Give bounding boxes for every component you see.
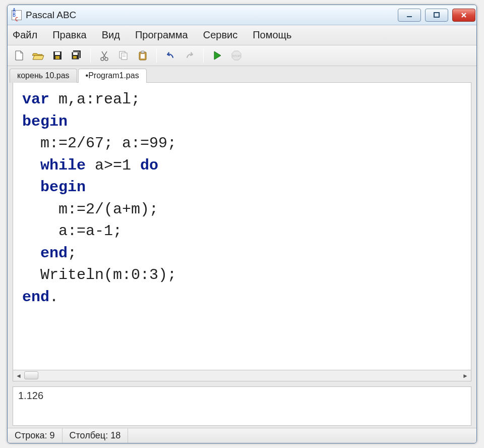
statusbar: Строка: 9 Столбец: 18 <box>8 428 476 443</box>
kw-do: do <box>140 157 158 174</box>
scissors-icon <box>99 50 109 61</box>
svg-point-10 <box>105 58 108 61</box>
window-title: Pascal ABC <box>26 10 76 21</box>
new-file-icon <box>14 50 24 61</box>
code-text <box>22 245 40 262</box>
editor-area: var m,a:real; begin m:=2/67; a:=99; whil… <box>8 82 476 383</box>
status-col-value: 18 <box>110 430 120 441</box>
code-text <box>22 157 40 174</box>
svg-rect-8 <box>73 56 77 59</box>
code-text: m:=2/(a+m); <box>22 201 158 218</box>
toolbar: STOP <box>8 45 476 66</box>
output-text: 1.126 <box>18 390 43 401</box>
status-col-label: Столбец: <box>70 430 108 441</box>
stop-button[interactable]: STOP <box>228 47 245 64</box>
status-row: Строка: 9 <box>8 428 63 443</box>
close-icon <box>460 12 467 19</box>
code-text: a:=a-1; <box>22 222 122 240</box>
kw-begin: begin <box>40 179 86 196</box>
run-button[interactable] <box>209 47 226 64</box>
new-file-button[interactable] <box>11 47 28 64</box>
titlebar[interactable]: A BC Pascal ABC <box>8 5 476 25</box>
menu-view[interactable]: Вид <box>99 28 123 42</box>
kw-begin: begin <box>22 113 68 130</box>
tab-file-0[interactable]: корень 10.pas <box>10 69 77 83</box>
separator <box>156 48 157 63</box>
redo-button[interactable] <box>181 47 198 64</box>
svg-point-9 <box>101 58 104 61</box>
open-button[interactable] <box>30 47 47 64</box>
menu-file[interactable]: Файл <box>10 28 40 42</box>
undo-button[interactable] <box>162 47 179 64</box>
code-text: a>=1 <box>86 157 140 174</box>
kw-end: end <box>22 289 49 306</box>
kw-while: while <box>40 157 86 174</box>
output-panel[interactable]: 1.126 <box>13 386 471 426</box>
svg-rect-0 <box>407 16 412 17</box>
clipboard-icon <box>138 50 148 61</box>
svg-rect-4 <box>55 56 59 59</box>
menubar: Файл Правка Вид Программа Сервис Помощь <box>8 25 476 45</box>
maximize-button[interactable] <box>425 9 448 22</box>
svg-rect-16 <box>141 51 144 53</box>
kw-end: end <box>40 245 68 262</box>
copy-button[interactable] <box>115 47 132 64</box>
code-text: m,a:real; <box>49 91 140 108</box>
code-text <box>22 179 40 196</box>
status-row-label: Строка: <box>15 430 47 441</box>
save-icon <box>52 50 63 61</box>
separator <box>90 48 91 63</box>
status-row-value: 9 <box>50 430 55 441</box>
copy-icon <box>118 50 129 61</box>
window-controls <box>398 9 475 22</box>
save-all-button[interactable] <box>68 47 85 64</box>
paste-button[interactable] <box>134 47 151 64</box>
app-icon: A BC <box>12 10 22 20</box>
separator <box>203 48 204 63</box>
code-text: m:=2/67; a:=99; <box>22 135 176 152</box>
play-icon <box>213 50 222 61</box>
horizontal-scrollbar[interactable]: ◄ ► <box>13 370 471 381</box>
svg-rect-3 <box>55 52 60 55</box>
minimize-icon <box>406 12 413 19</box>
scroll-left-button[interactable]: ◄ <box>13 371 24 381</box>
save-all-icon <box>71 50 83 61</box>
code-editor[interactable]: var m,a:real; begin m:=2/67; a:=99; whil… <box>13 82 471 370</box>
cut-button[interactable] <box>96 47 113 64</box>
svg-rect-7 <box>73 52 78 55</box>
menu-program[interactable]: Программа <box>132 28 191 42</box>
app-window: A BC Pascal ABC Файл Правка Вид Программ… <box>7 5 477 443</box>
scroll-right-button[interactable]: ► <box>460 371 471 381</box>
svg-rect-1 <box>434 13 439 17</box>
close-button[interactable] <box>452 9 475 22</box>
maximize-icon <box>433 12 440 19</box>
code-text: . <box>49 289 58 306</box>
tabbar: корень 10.pas •Program1.pas <box>8 66 476 82</box>
menu-service[interactable]: Сервис <box>200 28 241 42</box>
scroll-thumb[interactable] <box>24 371 38 379</box>
menu-help[interactable]: Помощь <box>250 28 294 42</box>
status-col: Столбец: 18 <box>63 428 129 443</box>
redo-icon <box>184 51 195 60</box>
scroll-track[interactable] <box>24 370 460 381</box>
folder-open-icon <box>32 50 44 61</box>
menu-edit[interactable]: Правка <box>49 28 90 42</box>
code-text: Writeln(m:0:3); <box>22 266 176 284</box>
svg-rect-17 <box>141 54 145 59</box>
save-button[interactable] <box>49 47 66 64</box>
kw-var: var <box>22 91 49 108</box>
code-text: ; <box>68 245 77 262</box>
undo-icon <box>165 51 176 60</box>
svg-text:STOP: STOP <box>232 54 240 58</box>
tab-file-1[interactable]: •Program1.pas <box>78 69 147 83</box>
minimize-button[interactable] <box>398 9 421 22</box>
stop-icon: STOP <box>231 50 242 61</box>
